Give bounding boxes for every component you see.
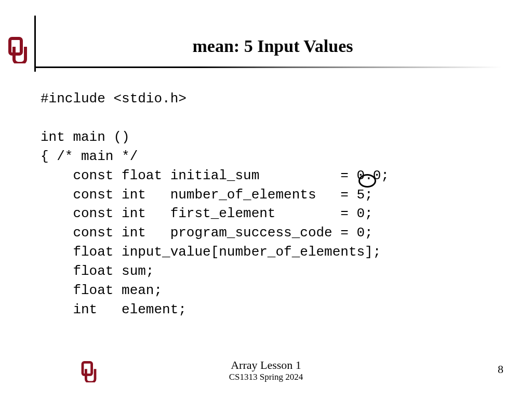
slide-title: mean: 5 Input Values (34, 36, 511, 56)
code-block: #include <stdio.h> int main () { /* main… (41, 89, 389, 320)
circle-annotation (358, 174, 376, 188)
footer-lesson-title: Array Lesson 1 (0, 359, 532, 371)
footer: Array Lesson 1 CS1313 Spring 2024 (0, 359, 532, 382)
header-horizontal-rule (34, 66, 502, 68)
page-number: 8 (498, 363, 503, 376)
ou-logo-icon (7, 36, 28, 63)
footer-course-term: CS1313 Spring 2024 (0, 372, 532, 382)
slide: mean: 5 Input Values #include <stdio.h> … (0, 0, 532, 399)
